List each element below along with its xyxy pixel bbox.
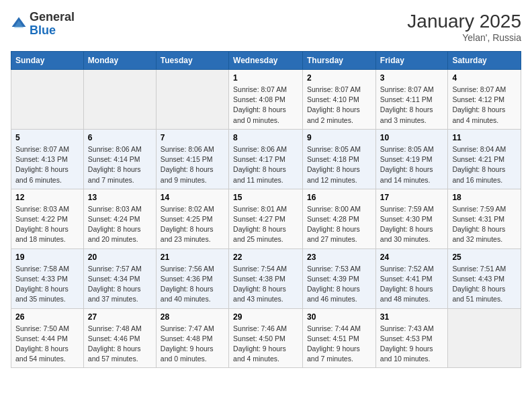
day-number: 3 — [380, 73, 444, 83]
calendar-cell: 18Sunrise: 7:59 AMSunset: 4:31 PMDayligh… — [448, 189, 521, 248]
calendar-cell: 26Sunrise: 7:50 AMSunset: 4:44 PMDayligh… — [11, 308, 84, 368]
day-info: Sunrise: 8:00 AMSunset: 4:28 PMDaylight:… — [307, 204, 371, 245]
calendar-cell: 16Sunrise: 8:00 AMSunset: 4:28 PMDayligh… — [303, 189, 376, 248]
day-info: Sunrise: 8:07 AMSunset: 4:08 PMDaylight:… — [233, 85, 298, 126]
day-info: Sunrise: 7:43 AMSunset: 4:53 PMDaylight:… — [380, 324, 444, 365]
calendar-cell: 17Sunrise: 7:59 AMSunset: 4:30 PMDayligh… — [375, 189, 448, 248]
calendar-cell: 24Sunrise: 7:52 AMSunset: 4:41 PMDayligh… — [375, 248, 448, 308]
calendar-cell — [11, 70, 84, 130]
day-number: 22 — [233, 253, 298, 262]
title-block: January 2025 Yelan', Russia — [407, 11, 521, 43]
calendar-cell: 31Sunrise: 7:43 AMSunset: 4:53 PMDayligh… — [375, 308, 448, 368]
day-number: 31 — [380, 312, 444, 322]
day-info: Sunrise: 7:46 AMSunset: 4:50 PMDaylight:… — [233, 324, 298, 365]
day-info: Sunrise: 8:06 AMSunset: 4:17 PMDaylight:… — [233, 144, 298, 185]
day-number: 18 — [452, 193, 517, 202]
week-row-2: 5Sunrise: 8:07 AMSunset: 4:13 PMDaylight… — [11, 129, 521, 189]
calendar-cell: 13Sunrise: 8:03 AMSunset: 4:24 PMDayligh… — [83, 189, 156, 248]
calendar-header: SundayMondayTuesdayWednesdayThursdayFrid… — [11, 52, 521, 70]
day-info: Sunrise: 8:02 AMSunset: 4:25 PMDaylight:… — [161, 204, 224, 245]
day-info: Sunrise: 7:47 AMSunset: 4:48 PMDaylight:… — [161, 324, 224, 365]
col-header-sunday: Sunday — [11, 52, 84, 70]
day-number: 14 — [161, 193, 224, 202]
day-number: 12 — [15, 193, 79, 202]
day-info: Sunrise: 7:48 AMSunset: 4:46 PMDaylight:… — [88, 324, 152, 365]
day-info: Sunrise: 7:44 AMSunset: 4:51 PMDaylight:… — [307, 324, 371, 365]
day-info: Sunrise: 7:57 AMSunset: 4:34 PMDaylight:… — [88, 264, 152, 305]
week-row-4: 19Sunrise: 7:58 AMSunset: 4:33 PMDayligh… — [11, 248, 521, 308]
week-row-5: 26Sunrise: 7:50 AMSunset: 4:44 PMDayligh… — [11, 308, 521, 368]
day-number: 26 — [15, 312, 79, 322]
col-header-thursday: Thursday — [303, 52, 376, 70]
day-info: Sunrise: 7:52 AMSunset: 4:41 PMDaylight:… — [380, 264, 444, 305]
calendar-cell: 20Sunrise: 7:57 AMSunset: 4:34 PMDayligh… — [83, 248, 156, 308]
day-info: Sunrise: 7:59 AMSunset: 4:30 PMDaylight:… — [380, 204, 444, 245]
calendar-cell: 15Sunrise: 8:01 AMSunset: 4:27 PMDayligh… — [229, 189, 303, 248]
day-info: Sunrise: 8:07 AMSunset: 4:12 PMDaylight:… — [452, 85, 517, 126]
day-info: Sunrise: 7:50 AMSunset: 4:44 PMDaylight:… — [15, 324, 79, 365]
day-number: 24 — [380, 253, 444, 262]
day-number: 15 — [233, 193, 298, 202]
calendar-table: SundayMondayTuesdayWednesdayThursdayFrid… — [11, 51, 521, 368]
day-info: Sunrise: 7:54 AMSunset: 4:38 PMDaylight:… — [233, 264, 298, 305]
day-number: 20 — [88, 253, 152, 262]
day-number: 19 — [15, 253, 79, 262]
day-number: 9 — [307, 133, 371, 142]
day-number: 28 — [161, 312, 224, 322]
day-number: 7 — [161, 133, 224, 142]
col-header-tuesday: Tuesday — [156, 52, 228, 70]
calendar-cell: 11Sunrise: 8:04 AMSunset: 4:21 PMDayligh… — [448, 129, 521, 189]
day-number: 6 — [88, 133, 152, 142]
day-info: Sunrise: 8:05 AMSunset: 4:19 PMDaylight:… — [380, 144, 444, 185]
calendar-cell: 22Sunrise: 7:54 AMSunset: 4:38 PMDayligh… — [229, 248, 303, 308]
day-number: 1 — [233, 73, 298, 83]
calendar-cell: 23Sunrise: 7:53 AMSunset: 4:39 PMDayligh… — [303, 248, 376, 308]
calendar-cell: 19Sunrise: 7:58 AMSunset: 4:33 PMDayligh… — [11, 248, 84, 308]
day-number: 29 — [233, 312, 298, 322]
day-number: 8 — [233, 133, 298, 142]
calendar-cell: 10Sunrise: 8:05 AMSunset: 4:19 PMDayligh… — [375, 129, 448, 189]
day-number: 2 — [307, 73, 371, 83]
day-number: 13 — [88, 193, 152, 202]
day-info: Sunrise: 8:03 AMSunset: 4:22 PMDaylight:… — [15, 204, 79, 245]
calendar-cell: 29Sunrise: 7:46 AMSunset: 4:50 PMDayligh… — [229, 308, 303, 368]
day-number: 30 — [307, 312, 371, 322]
day-info: Sunrise: 8:06 AMSunset: 4:14 PMDaylight:… — [88, 144, 152, 185]
calendar-cell: 7Sunrise: 8:06 AMSunset: 4:15 PMDaylight… — [156, 129, 228, 189]
calendar-cell: 1Sunrise: 8:07 AMSunset: 4:08 PMDaylight… — [229, 70, 303, 130]
calendar-cell: 28Sunrise: 7:47 AMSunset: 4:48 PMDayligh… — [156, 308, 228, 368]
calendar-cell — [156, 70, 228, 130]
calendar-cell — [83, 70, 156, 130]
day-info: Sunrise: 7:56 AMSunset: 4:36 PMDaylight:… — [161, 264, 224, 305]
day-number: 17 — [380, 193, 444, 202]
day-info: Sunrise: 8:07 AMSunset: 4:13 PMDaylight:… — [15, 144, 79, 185]
calendar-cell: 27Sunrise: 7:48 AMSunset: 4:46 PMDayligh… — [83, 308, 156, 368]
day-info: Sunrise: 7:58 AMSunset: 4:33 PMDaylight:… — [15, 264, 79, 305]
day-info: Sunrise: 7:51 AMSunset: 4:43 PMDaylight:… — [452, 264, 517, 305]
day-info: Sunrise: 7:53 AMSunset: 4:39 PMDaylight:… — [307, 264, 371, 305]
calendar-cell: 12Sunrise: 8:03 AMSunset: 4:22 PMDayligh… — [11, 189, 84, 248]
day-number: 16 — [307, 193, 371, 202]
logo-text: General Blue — [30, 11, 75, 38]
page-header: General Blue January 2025 Yelan', Russia — [11, 11, 521, 43]
col-header-friday: Friday — [375, 52, 448, 70]
calendar-cell: 3Sunrise: 8:07 AMSunset: 4:11 PMDaylight… — [375, 70, 448, 130]
day-number: 4 — [452, 73, 517, 83]
week-row-1: 1Sunrise: 8:07 AMSunset: 4:08 PMDaylight… — [11, 70, 521, 130]
calendar-cell: 9Sunrise: 8:05 AMSunset: 4:18 PMDaylight… — [303, 129, 376, 189]
calendar-cell — [448, 308, 521, 368]
col-header-monday: Monday — [83, 52, 156, 70]
logo-icon — [11, 16, 27, 32]
calendar-cell: 14Sunrise: 8:02 AMSunset: 4:25 PMDayligh… — [156, 189, 228, 248]
day-info: Sunrise: 8:07 AMSunset: 4:11 PMDaylight:… — [380, 85, 444, 126]
day-number: 21 — [161, 253, 224, 262]
day-info: Sunrise: 8:05 AMSunset: 4:18 PMDaylight:… — [307, 144, 371, 185]
day-number: 27 — [88, 312, 152, 322]
header-row: SundayMondayTuesdayWednesdayThursdayFrid… — [11, 52, 521, 70]
month-year-title: January 2025 — [407, 11, 521, 32]
day-number: 11 — [452, 133, 517, 142]
week-row-3: 12Sunrise: 8:03 AMSunset: 4:22 PMDayligh… — [11, 189, 521, 248]
day-info: Sunrise: 7:59 AMSunset: 4:31 PMDaylight:… — [452, 204, 517, 245]
day-number: 5 — [15, 133, 79, 142]
day-info: Sunrise: 8:07 AMSunset: 4:10 PMDaylight:… — [307, 85, 371, 126]
